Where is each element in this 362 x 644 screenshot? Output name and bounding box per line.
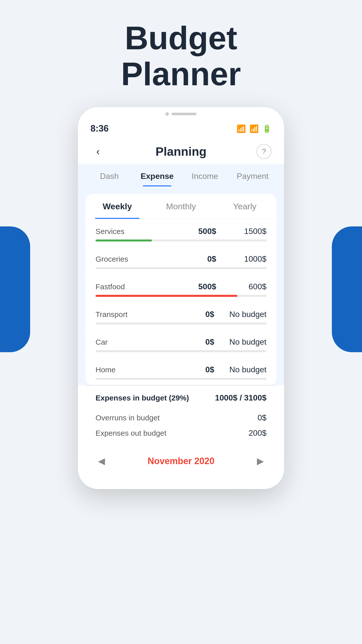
expense-current-fastfood: 500$: [191, 282, 216, 291]
month-label: November 2020: [148, 456, 214, 466]
progress-fill-fastfood: [96, 295, 237, 297]
period-tabs: Weekly Monthly Yearly: [85, 194, 277, 219]
expense-row-fastfood: Fastfood 500$ 600$: [85, 274, 277, 302]
expense-row-home: Home 0$ No budget: [85, 357, 277, 385]
expense-current-services: 500$: [191, 227, 216, 236]
expense-budget-groceries: 1000$: [231, 254, 266, 264]
progress-fill-services: [96, 239, 152, 242]
page-title: Budget Planner: [121, 20, 241, 92]
month-next-button[interactable]: ▶: [257, 456, 264, 466]
sub-value-overruns: 0$: [257, 413, 266, 422]
expense-card: Weekly Monthly Yearly Services 500$ 1500…: [85, 194, 277, 385]
tab-payment[interactable]: Payment: [229, 164, 277, 186]
phone-top: [78, 107, 284, 118]
status-bar: 8:36 📶 📶 🔋: [78, 118, 284, 136]
content-area: Weekly Monthly Yearly Services 500$ 1500…: [78, 186, 284, 385]
expense-name-car: Car: [96, 338, 108, 346]
wifi-icon: 📶: [249, 124, 259, 133]
expense-budget-car: No budget: [229, 337, 266, 347]
sub-row-overruns: Overruns in budget 0$: [96, 410, 266, 425]
sub-value-out-budget: 200$: [249, 428, 266, 438]
tab-expense[interactable]: Expense: [133, 164, 181, 186]
expense-budget-home: No budget: [229, 365, 266, 374]
progress-bar-car: [96, 350, 266, 352]
tab-dash[interactable]: Dash: [85, 164, 133, 186]
sub-label-overruns: Overruns in budget: [96, 414, 160, 422]
month-prev-button[interactable]: ◀: [98, 456, 105, 466]
summary-value: 1000$ / 3100$: [215, 393, 266, 403]
summary-section: Expenses in budget (29%) 1000$ / 3100$: [85, 385, 277, 408]
sub-rows: Overruns in budget 0$ Expenses out budge…: [85, 408, 277, 448]
progress-bar-fastfood: [96, 295, 266, 297]
notch-bar: [171, 113, 197, 115]
status-icons: 📶 📶 🔋: [237, 124, 272, 133]
progress-bar-home: [96, 378, 266, 380]
expense-budget-transport: No budget: [229, 310, 266, 319]
expense-current-home: 0$: [189, 365, 214, 374]
tab-income[interactable]: Income: [181, 164, 229, 186]
expense-current-transport: 0$: [189, 310, 214, 319]
battery-icon: 🔋: [262, 124, 272, 133]
expense-current-car: 0$: [189, 337, 214, 347]
blue-decoration-right: [332, 226, 362, 352]
month-nav: ◀ November 2020 ▶: [85, 448, 277, 474]
progress-bar-groceries: [96, 267, 266, 269]
progress-bar-services: [96, 239, 266, 242]
summary-label: Expenses in budget (29%): [96, 394, 189, 402]
tab-monthly[interactable]: Monthly: [149, 194, 213, 219]
main-tabs: Dash Expense Income Payment: [78, 164, 284, 186]
header-title: Planning: [156, 145, 207, 158]
expense-row-transport: Transport 0$ No budget: [85, 302, 277, 330]
signal-icon: 📶: [237, 124, 246, 133]
expense-name-transport: Transport: [96, 310, 127, 319]
tab-weekly[interactable]: Weekly: [85, 194, 149, 219]
summary-main-row: Expenses in budget (29%) 1000$ / 3100$: [96, 393, 266, 403]
expense-row-groceries: Groceries 0$ 1000$: [85, 247, 277, 274]
expense-row-car: Car 0$ No budget: [85, 330, 277, 357]
back-button[interactable]: ‹: [90, 144, 106, 159]
blue-decoration-left: [0, 226, 30, 352]
expense-current-groceries: 0$: [191, 254, 216, 264]
expense-name-fastfood: Fastfood: [96, 283, 125, 291]
expense-name-groceries: Groceries: [96, 255, 128, 263]
help-button[interactable]: ?: [256, 144, 272, 159]
sub-row-out-budget: Expenses out budget 200$: [96, 425, 266, 441]
expense-budget-services: 1500$: [231, 227, 266, 236]
phone-mockup: 8:36 📶 📶 🔋 ‹ Planning ? Dash Expense Inc…: [78, 107, 284, 489]
notch-dot: [165, 112, 169, 116]
progress-bar-transport: [96, 323, 266, 325]
expense-name-services: Services: [96, 227, 124, 236]
expense-row-services: Services 500$ 1500$: [85, 219, 277, 247]
app-header: ‹ Planning ?: [78, 136, 284, 164]
expense-name-home: Home: [96, 366, 116, 374]
expense-budget-fastfood: 600$: [231, 282, 266, 291]
status-time: 8:36: [90, 123, 109, 134]
tab-yearly[interactable]: Yearly: [213, 194, 277, 219]
sub-label-out-budget: Expenses out budget: [96, 429, 166, 437]
